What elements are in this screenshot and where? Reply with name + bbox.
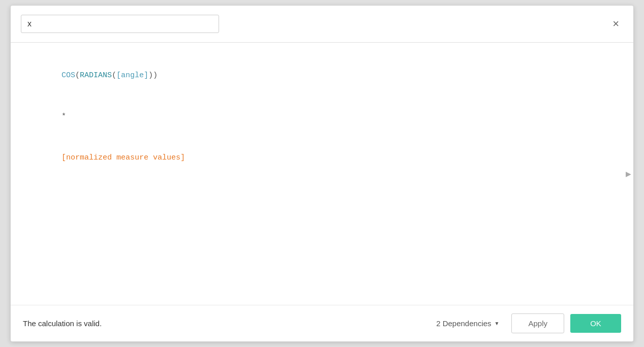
angle-param: [angle]: [116, 71, 148, 80]
dialog-body: COS(RADIANS([angle])) * [normalized meas…: [11, 43, 633, 305]
formula-line-1: COS(RADIANS([angle])): [25, 55, 619, 96]
open-paren-1: (: [75, 71, 80, 80]
formula-editor[interactable]: COS(RADIANS([angle])) * [normalized meas…: [25, 55, 619, 178]
chevron-right-icon: ▶: [626, 170, 631, 178]
cos-keyword: COS: [62, 71, 75, 80]
chevron-down-icon: ▼: [495, 321, 500, 326]
formula-editor-dialog: × COS(RADIANS([angle])) * [normalized me…: [10, 5, 634, 342]
validation-status: The calculation is valid.: [23, 319, 102, 328]
formula-line-3: [normalized measure values]: [25, 137, 619, 178]
search-input[interactable]: [21, 15, 219, 33]
formula-line-2: *: [25, 96, 619, 137]
radians-keyword: RADIANS: [80, 71, 112, 80]
footer-actions: 2 Dependencies ▼ Apply OK: [430, 313, 621, 333]
close-button[interactable]: ×: [608, 16, 623, 31]
dependencies-label: 2 Dependencies: [436, 319, 491, 328]
dependencies-button[interactable]: 2 Dependencies ▼: [430, 315, 505, 332]
measure-values-param: [normalized measure values]: [62, 153, 185, 162]
apply-button[interactable]: Apply: [511, 313, 564, 333]
close-icon: ×: [612, 18, 619, 29]
dialog-header: ×: [11, 6, 633, 43]
open-paren-2: (: [112, 71, 116, 80]
side-arrow[interactable]: ▶: [624, 166, 633, 182]
close-parens: )): [148, 71, 158, 80]
multiply-operator: *: [62, 112, 66, 121]
dialog-footer: The calculation is valid. 2 Dependencies…: [11, 305, 633, 341]
ok-button[interactable]: OK: [570, 314, 621, 333]
